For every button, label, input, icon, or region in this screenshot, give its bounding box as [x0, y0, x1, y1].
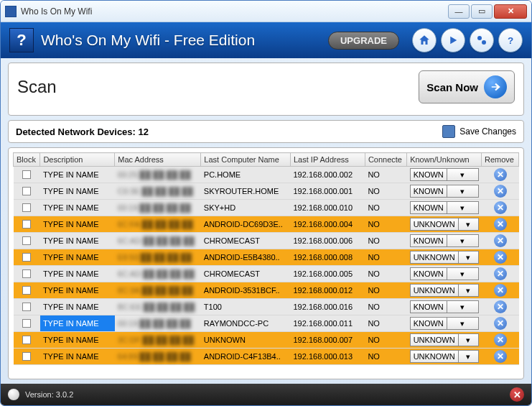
- chevron-down-icon: ▾: [458, 252, 478, 263]
- cell-ip: 192.168.000.005: [291, 266, 365, 282]
- known-dropdown[interactable]: KNOWN▾: [410, 185, 479, 198]
- cell-description[interactable]: TYPE IN NAME: [40, 200, 115, 216]
- known-dropdown[interactable]: UNKNOWN▾: [410, 350, 479, 363]
- remove-row-button[interactable]: ✕: [494, 317, 507, 330]
- cell-description[interactable]: TYPE IN NAME: [40, 266, 115, 282]
- col-block[interactable]: Block: [14, 153, 40, 167]
- block-checkbox[interactable]: [22, 170, 31, 179]
- table-row[interactable]: TYPE IN NAME 64:89:██:██:██:██ ANDROID-C…: [14, 349, 519, 365]
- remove-row-button[interactable]: ✕: [494, 218, 507, 231]
- remove-row-button[interactable]: ✕: [494, 300, 507, 313]
- close-button[interactable]: ✕: [494, 4, 527, 19]
- col-lastip[interactable]: Last IP Address: [291, 153, 365, 167]
- cell-computer-name: ANDROID-3531BCF..: [201, 282, 291, 299]
- block-checkbox[interactable]: [22, 352, 31, 361]
- cell-description[interactable]: TYPE IN NAME: [40, 299, 115, 315]
- table-row[interactable]: TYPE IN NAME 6C:AD:██:██:██:██ CHROMECAS…: [14, 266, 519, 282]
- table-row[interactable]: TYPE IN NAME C0:3E:██:██:██:██ SKYROUTER…: [14, 183, 519, 200]
- cell-ip: 192.168.000.007: [291, 332, 365, 349]
- table-row[interactable]: TYPE IN NAME 3C:DF:██:██:██:██ UNKNOWN 1…: [14, 332, 519, 349]
- col-mac[interactable]: Mac Address: [115, 153, 201, 167]
- scan-now-button[interactable]: Scan Now: [419, 70, 515, 103]
- remove-row-button[interactable]: ✕: [494, 234, 507, 247]
- cell-description[interactable]: TYPE IN NAME: [40, 315, 115, 332]
- cell-description[interactable]: TYPE IN NAME: [40, 183, 115, 200]
- save-changes-button[interactable]: Save Changes: [442, 125, 516, 138]
- remove-row-button[interactable]: ✕: [494, 201, 507, 214]
- block-checkbox[interactable]: [22, 187, 31, 195]
- known-dropdown[interactable]: KNOWN▾: [410, 267, 479, 280]
- remove-row-button[interactable]: ✕: [494, 284, 507, 297]
- cell-description[interactable]: TYPE IN NAME: [40, 332, 115, 349]
- known-dropdown[interactable]: UNKNOWN▾: [410, 333, 479, 346]
- cell-description[interactable]: TYPE IN NAME: [40, 249, 115, 266]
- logo-icon: ?: [9, 28, 34, 52]
- upgrade-button[interactable]: UPGRADE: [328, 32, 399, 50]
- table-row[interactable]: TYPE IN NAME 00:25:██:██:██:██ PC.HOME 1…: [14, 167, 519, 183]
- cell-computer-name: CHROMECAST: [201, 233, 291, 249]
- cell-connected: NO: [365, 315, 406, 332]
- block-checkbox[interactable]: [22, 303, 31, 311]
- maximize-button[interactable]: ▭: [471, 4, 493, 19]
- cell-computer-name: PC.HOME: [201, 167, 291, 183]
- chevron-down-icon: ▾: [447, 202, 478, 213]
- minimize-button[interactable]: —: [448, 4, 470, 19]
- remove-row-button[interactable]: ✕: [494, 267, 507, 280]
- statusbar-close-button[interactable]: ✕: [510, 387, 524, 402]
- cell-description[interactable]: TYPE IN NAME: [40, 233, 115, 249]
- table-row[interactable]: TYPE IN NAME 00:19:██:██:██:██ SKY+HD 19…: [14, 200, 519, 216]
- chevron-down-icon: ▾: [458, 334, 478, 346]
- cell-computer-name: ANDROID-DC69D3E..: [201, 216, 291, 233]
- block-checkbox[interactable]: [22, 220, 31, 229]
- block-checkbox[interactable]: [22, 203, 31, 212]
- known-dropdown[interactable]: KNOWN▾: [410, 234, 479, 247]
- known-dropdown[interactable]: KNOWN▾: [410, 168, 479, 181]
- detected-label: Detected Network Devices: 12: [16, 126, 442, 137]
- play-button[interactable]: [441, 28, 465, 52]
- home-button[interactable]: [412, 28, 437, 52]
- block-checkbox[interactable]: [22, 286, 31, 295]
- known-dropdown[interactable]: KNOWN▾: [410, 201, 479, 214]
- help-button[interactable]: ?: [498, 28, 523, 52]
- table-row[interactable]: TYPE IN NAME 00:19:██:██:██:██ RAYMONDCC…: [14, 315, 519, 332]
- device-table: Block Description Mac Address Last Compu…: [13, 152, 519, 365]
- cell-description[interactable]: TYPE IN NAME: [40, 216, 115, 233]
- col-known[interactable]: Known/Unknown: [407, 153, 482, 167]
- known-dropdown[interactable]: UNKNOWN▾: [410, 218, 479, 231]
- cell-connected: NO: [365, 266, 406, 282]
- cell-connected: NO: [365, 349, 406, 365]
- table-row[interactable]: TYPE IN NAME 6C:FA:██:██:██:██ ANDROID-D…: [14, 216, 519, 233]
- cell-mac: 8C:3A:██:██:██:██: [115, 282, 201, 299]
- remove-row-button[interactable]: ✕: [494, 168, 507, 181]
- cell-description[interactable]: TYPE IN NAME: [40, 167, 115, 183]
- remove-row-button[interactable]: ✕: [494, 251, 507, 264]
- known-dropdown[interactable]: UNKNOWN▾: [410, 284, 479, 297]
- known-dropdown[interactable]: KNOWN▾: [410, 300, 479, 313]
- block-checkbox[interactable]: [22, 319, 31, 328]
- cell-description[interactable]: TYPE IN NAME: [40, 282, 115, 299]
- table-row[interactable]: TYPE IN NAME BC:EE:██:██:██:██ T100 192.…: [14, 299, 519, 315]
- table-row[interactable]: TYPE IN NAME E8:50:██:██:██:██ ANDROID-E…: [14, 249, 519, 266]
- remove-row-button[interactable]: ✕: [494, 185, 507, 198]
- known-dropdown[interactable]: KNOWN▾: [410, 317, 479, 330]
- block-checkbox[interactable]: [22, 336, 31, 344]
- col-remove[interactable]: Remove: [482, 153, 519, 167]
- settings-button[interactable]: [470, 28, 494, 52]
- col-connected[interactable]: Connecte: [365, 153, 406, 167]
- cell-computer-name: T100: [201, 299, 291, 315]
- cell-connected: NO: [365, 299, 406, 315]
- cell-ip: 192.168.000.011: [291, 315, 365, 332]
- table-row[interactable]: TYPE IN NAME 6C:AD:██:██:██:██ CHROMECAS…: [14, 233, 519, 249]
- block-checkbox[interactable]: [22, 236, 31, 245]
- col-description[interactable]: Description: [40, 153, 115, 167]
- known-dropdown[interactable]: UNKNOWN▾: [410, 251, 479, 264]
- remove-row-button[interactable]: ✕: [494, 333, 507, 346]
- remove-row-button[interactable]: ✕: [494, 350, 507, 363]
- chevron-down-icon: ▾: [447, 268, 478, 280]
- block-checkbox[interactable]: [22, 269, 31, 278]
- col-lastname[interactable]: Last Computer Name: [201, 153, 291, 167]
- block-checkbox[interactable]: [22, 253, 31, 262]
- table-row[interactable]: TYPE IN NAME 8C:3A:██:██:██:██ ANDROID-3…: [14, 282, 519, 299]
- cell-description[interactable]: TYPE IN NAME: [40, 349, 115, 365]
- save-icon: [442, 125, 455, 138]
